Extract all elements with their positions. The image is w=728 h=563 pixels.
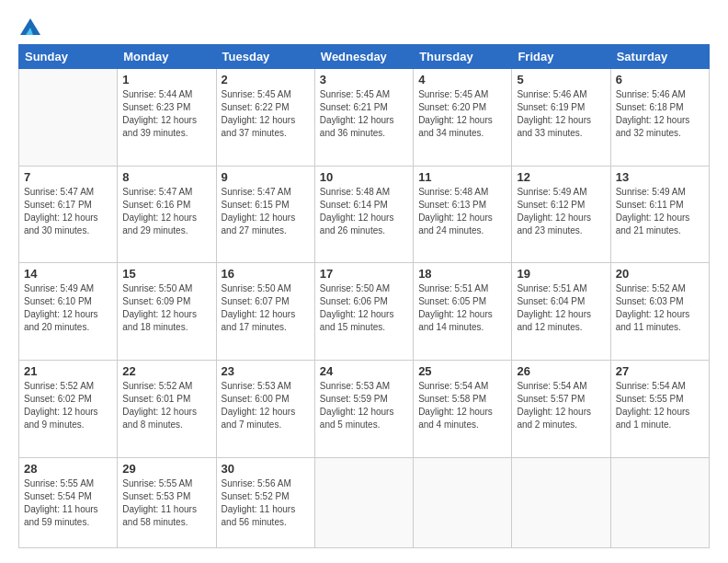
week-row-5: 28Sunrise: 5:55 AM Sunset: 5:54 PM Dayli… (19, 457, 710, 548)
day-number: 20 (616, 267, 704, 281)
calendar-cell: 18Sunrise: 5:51 AM Sunset: 6:05 PM Dayli… (414, 263, 512, 361)
day-number: 30 (222, 462, 310, 476)
day-info: Sunrise: 5:52 AM Sunset: 6:01 PM Dayligh… (122, 380, 210, 431)
day-number: 8 (122, 170, 210, 184)
calendar-cell: 12Sunrise: 5:49 AM Sunset: 6:12 PM Dayli… (512, 166, 610, 263)
day-number: 3 (320, 73, 408, 86)
day-info: Sunrise: 5:52 AM Sunset: 6:02 PM Dayligh… (24, 380, 112, 431)
page: SundayMondayTuesdayWednesdayThursdayFrid… (0, 0, 728, 563)
day-header-thursday: Thursday (414, 45, 512, 69)
day-header-sunday: Sunday (19, 45, 118, 69)
day-info: Sunrise: 5:56 AM Sunset: 5:52 PM Dayligh… (222, 477, 310, 529)
day-number: 22 (122, 364, 210, 378)
calendar-cell: 14Sunrise: 5:49 AM Sunset: 6:10 PM Dayli… (19, 263, 118, 361)
day-info: Sunrise: 5:50 AM Sunset: 6:06 PM Dayligh… (320, 282, 408, 334)
calendar-cell: 8Sunrise: 5:47 AM Sunset: 6:16 PM Daylig… (118, 166, 216, 263)
calendar-cell: 19Sunrise: 5:51 AM Sunset: 6:04 PM Dayli… (512, 263, 610, 361)
calendar-header-row: SundayMondayTuesdayWednesdayThursdayFrid… (19, 45, 710, 69)
day-info: Sunrise: 5:55 AM Sunset: 5:54 PM Dayligh… (24, 477, 112, 529)
day-header-tuesday: Tuesday (216, 45, 314, 69)
calendar-cell: 16Sunrise: 5:50 AM Sunset: 6:07 PM Dayli… (216, 263, 314, 361)
calendar-cell (512, 457, 610, 548)
calendar-cell: 11Sunrise: 5:48 AM Sunset: 6:13 PM Dayli… (414, 166, 512, 263)
day-info: Sunrise: 5:48 AM Sunset: 6:13 PM Dayligh… (418, 186, 506, 237)
day-header-monday: Monday (118, 45, 216, 69)
calendar-cell: 5Sunrise: 5:46 AM Sunset: 6:19 PM Daylig… (512, 69, 610, 167)
calendar-table: SundayMondayTuesdayWednesdayThursdayFrid… (18, 44, 710, 548)
calendar-cell: 21Sunrise: 5:52 AM Sunset: 6:02 PM Dayli… (19, 360, 118, 457)
calendar-cell: 15Sunrise: 5:50 AM Sunset: 6:09 PM Dayli… (118, 263, 216, 361)
day-info: Sunrise: 5:53 AM Sunset: 5:59 PM Dayligh… (320, 380, 408, 431)
day-info: Sunrise: 5:51 AM Sunset: 6:05 PM Dayligh… (418, 282, 506, 334)
day-info: Sunrise: 5:46 AM Sunset: 6:18 PM Dayligh… (616, 88, 704, 140)
calendar-cell: 28Sunrise: 5:55 AM Sunset: 5:54 PM Dayli… (19, 457, 118, 548)
day-number: 29 (122, 462, 210, 476)
day-header-wednesday: Wednesday (314, 45, 413, 69)
calendar-cell: 25Sunrise: 5:54 AM Sunset: 5:58 PM Dayli… (414, 360, 512, 457)
day-number: 19 (517, 267, 605, 281)
day-number: 15 (122, 267, 210, 281)
week-row-3: 14Sunrise: 5:49 AM Sunset: 6:10 PM Dayli… (19, 263, 710, 361)
calendar-cell: 2Sunrise: 5:45 AM Sunset: 6:22 PM Daylig… (216, 69, 314, 167)
day-info: Sunrise: 5:49 AM Sunset: 6:12 PM Dayligh… (517, 186, 605, 237)
calendar-cell (19, 69, 118, 167)
day-number: 5 (517, 73, 605, 86)
calendar-cell: 29Sunrise: 5:55 AM Sunset: 5:53 PM Dayli… (118, 457, 216, 548)
day-info: Sunrise: 5:50 AM Sunset: 6:09 PM Dayligh… (122, 282, 210, 334)
day-info: Sunrise: 5:45 AM Sunset: 6:22 PM Dayligh… (222, 88, 310, 140)
calendar-cell (610, 457, 709, 548)
day-number: 25 (418, 364, 506, 378)
calendar-cell: 7Sunrise: 5:47 AM Sunset: 6:17 PM Daylig… (19, 166, 118, 263)
day-info: Sunrise: 5:54 AM Sunset: 5:58 PM Dayligh… (418, 380, 506, 431)
day-info: Sunrise: 5:49 AM Sunset: 6:10 PM Dayligh… (24, 282, 112, 334)
calendar-cell: 9Sunrise: 5:47 AM Sunset: 6:15 PM Daylig… (216, 166, 314, 263)
day-header-saturday: Saturday (610, 45, 709, 69)
day-info: Sunrise: 5:49 AM Sunset: 6:11 PM Dayligh… (616, 186, 704, 237)
day-number: 11 (418, 170, 506, 184)
day-info: Sunrise: 5:50 AM Sunset: 6:07 PM Dayligh… (222, 282, 310, 334)
day-number: 17 (320, 267, 408, 281)
day-number: 2 (222, 73, 310, 86)
day-number: 24 (320, 364, 408, 378)
day-info: Sunrise: 5:55 AM Sunset: 5:53 PM Dayligh… (122, 477, 210, 529)
calendar-cell: 30Sunrise: 5:56 AM Sunset: 5:52 PM Dayli… (216, 457, 314, 548)
day-info: Sunrise: 5:47 AM Sunset: 6:16 PM Dayligh… (122, 186, 210, 237)
logo (18, 15, 40, 35)
day-number: 7 (24, 170, 112, 184)
calendar-cell: 26Sunrise: 5:54 AM Sunset: 5:57 PM Dayli… (512, 360, 610, 457)
day-number: 21 (24, 364, 112, 378)
day-number: 28 (24, 462, 112, 476)
week-row-4: 21Sunrise: 5:52 AM Sunset: 6:02 PM Dayli… (19, 360, 710, 457)
day-info: Sunrise: 5:47 AM Sunset: 6:17 PM Dayligh… (24, 186, 112, 237)
header (18, 15, 710, 35)
day-info: Sunrise: 5:45 AM Sunset: 6:21 PM Dayligh… (320, 88, 408, 140)
day-number: 23 (222, 364, 310, 378)
calendar-body: 1Sunrise: 5:44 AM Sunset: 6:23 PM Daylig… (19, 69, 710, 548)
day-info: Sunrise: 5:46 AM Sunset: 6:19 PM Dayligh… (517, 88, 605, 140)
day-number: 12 (517, 170, 605, 184)
day-number: 16 (222, 267, 310, 281)
calendar-cell: 22Sunrise: 5:52 AM Sunset: 6:01 PM Dayli… (118, 360, 216, 457)
day-number: 6 (616, 73, 704, 86)
calendar-cell: 13Sunrise: 5:49 AM Sunset: 6:11 PM Dayli… (610, 166, 709, 263)
day-number: 18 (418, 267, 506, 281)
day-number: 10 (320, 170, 408, 184)
day-number: 4 (418, 73, 506, 86)
calendar-cell: 1Sunrise: 5:44 AM Sunset: 6:23 PM Daylig… (118, 69, 216, 167)
day-number: 9 (222, 170, 310, 184)
calendar-cell: 4Sunrise: 5:45 AM Sunset: 6:20 PM Daylig… (414, 69, 512, 167)
calendar-cell: 20Sunrise: 5:52 AM Sunset: 6:03 PM Dayli… (610, 263, 709, 361)
day-number: 26 (517, 364, 605, 378)
calendar-cell (414, 457, 512, 548)
week-row-2: 7Sunrise: 5:47 AM Sunset: 6:17 PM Daylig… (19, 166, 710, 263)
day-info: Sunrise: 5:53 AM Sunset: 6:00 PM Dayligh… (222, 380, 310, 431)
calendar-cell (314, 457, 413, 548)
calendar-cell: 6Sunrise: 5:46 AM Sunset: 6:18 PM Daylig… (610, 69, 709, 167)
day-header-friday: Friday (512, 45, 610, 69)
day-info: Sunrise: 5:51 AM Sunset: 6:04 PM Dayligh… (517, 282, 605, 334)
logo-icon (20, 18, 40, 35)
day-info: Sunrise: 5:45 AM Sunset: 6:20 PM Dayligh… (418, 88, 506, 140)
day-info: Sunrise: 5:54 AM Sunset: 5:55 PM Dayligh… (616, 380, 704, 431)
calendar-cell: 23Sunrise: 5:53 AM Sunset: 6:00 PM Dayli… (216, 360, 314, 457)
calendar-cell: 27Sunrise: 5:54 AM Sunset: 5:55 PM Dayli… (610, 360, 709, 457)
